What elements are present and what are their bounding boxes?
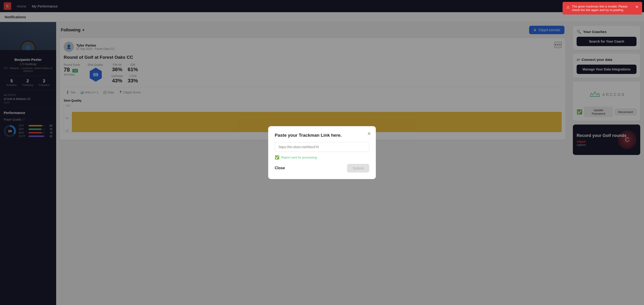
modal-title: Paste your Trackman Link here.	[275, 133, 369, 138]
warning-icon: ⚠	[566, 5, 570, 9]
trackman-modal: Paste your Trackman Link here. ✕ ✅ Repor…	[268, 126, 376, 179]
modal-close-button[interactable]: ✕	[367, 131, 371, 136]
modal-submit-btn[interactable]: Submit	[347, 164, 369, 172]
modal-footer: Close Submit	[275, 164, 369, 172]
error-toast: ⚠ The given trackman link is invalid. Pl…	[562, 2, 642, 14]
modal-overlay: Paste your Trackman Link here. ✕ ✅ Repor…	[0, 0, 644, 305]
modal-success-message: ✅ Report sent for processing	[275, 155, 369, 160]
close-toast-button[interactable]: ✕	[635, 5, 638, 9]
trackman-url-input[interactable]	[275, 142, 369, 152]
error-toast-message: The given trackman link is invalid. Plea…	[572, 5, 631, 12]
modal-close-btn[interactable]: Close	[275, 166, 285, 170]
checkmark-icon: ✅	[275, 155, 280, 160]
